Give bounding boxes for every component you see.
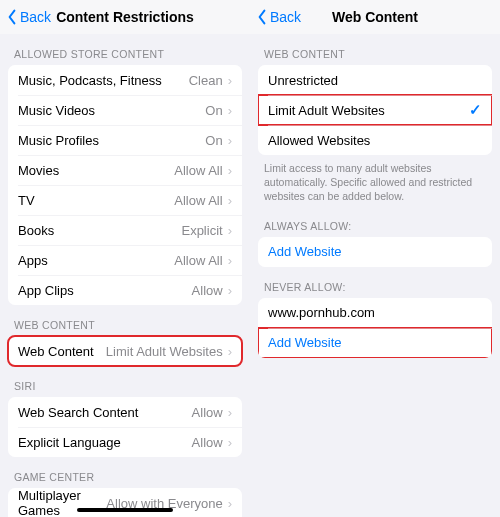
chevron-right-icon: › <box>228 497 232 510</box>
row-web-search-content[interactable]: Web Search ContentAllow› <box>8 397 242 427</box>
nav-bar-left: Back Content Restrictions <box>0 0 250 34</box>
content-restrictions-screen: Back Content Restrictions ALLOWED STORE … <box>0 0 250 517</box>
section-header-options: WEB CONTENT <box>250 34 500 65</box>
home-indicator[interactable] <box>77 508 173 512</box>
chevron-right-icon: › <box>228 164 232 177</box>
row-apps[interactable]: AppsAllow All› <box>8 245 242 275</box>
gc-group: Multiplayer GamesAllow with Everyone› Ad… <box>8 488 242 517</box>
chevron-right-icon: › <box>228 436 232 449</box>
row-web-content[interactable]: Web ContentLimit Adult Websites› <box>8 336 242 366</box>
row-explicit-language[interactable]: Explicit LanguageAllow› <box>8 427 242 457</box>
row-movies[interactable]: MoviesAllow All› <box>8 155 242 185</box>
option-allowed-websites[interactable]: Allowed Websites <box>258 125 492 155</box>
chevron-right-icon: › <box>228 254 232 267</box>
add-website-never[interactable]: Add Website <box>258 328 492 358</box>
web-content-screen: Back Web Content WEB CONTENT Unrestricte… <box>250 0 500 517</box>
row-app-clips[interactable]: App ClipsAllow› <box>8 275 242 305</box>
back-label: Back <box>20 9 51 25</box>
options-footer: Limit access to many adult websites auto… <box>250 155 500 206</box>
option-limit-adult[interactable]: Limit Adult Websites✓ <box>258 95 492 125</box>
nav-bar-right: Back Web Content <box>250 0 500 34</box>
always-group: Add Website <box>258 237 492 267</box>
web-content-group: Web ContentLimit Adult Websites› <box>8 336 242 366</box>
row-music-videos[interactable]: Music VideosOn› <box>8 95 242 125</box>
chevron-left-icon <box>6 9 18 25</box>
chevron-right-icon: › <box>228 284 232 297</box>
chevron-right-icon: › <box>228 74 232 87</box>
chevron-right-icon: › <box>228 104 232 117</box>
row-tv[interactable]: TVAllow All› <box>8 185 242 215</box>
section-header-never: NEVER ALLOW: <box>250 267 500 298</box>
section-header-store: ALLOWED STORE CONTENT <box>0 34 250 65</box>
row-music-profiles[interactable]: Music ProfilesOn› <box>8 125 242 155</box>
add-website-always[interactable]: Add Website <box>258 237 492 267</box>
never-site-row[interactable]: www.pornhub.com <box>258 298 492 328</box>
chevron-right-icon: › <box>228 406 232 419</box>
section-header-gc: GAME CENTER <box>0 457 250 488</box>
section-header-siri: SIRI <box>0 366 250 397</box>
row-multiplayer[interactable]: Multiplayer GamesAllow with Everyone› <box>8 488 242 517</box>
store-group: Music, Podcasts, FitnessClean› Music Vid… <box>8 65 242 305</box>
back-button[interactable]: Back <box>6 9 51 25</box>
back-label: Back <box>270 9 301 25</box>
chevron-right-icon: › <box>228 194 232 207</box>
chevron-left-icon <box>256 9 268 25</box>
chevron-right-icon: › <box>228 134 232 147</box>
chevron-right-icon: › <box>228 224 232 237</box>
siri-group: Web Search ContentAllow› Explicit Langua… <box>8 397 242 457</box>
chevron-right-icon: › <box>228 345 232 358</box>
section-header-always: ALWAYS ALLOW: <box>250 206 500 237</box>
option-unrestricted[interactable]: Unrestricted <box>258 65 492 95</box>
checkmark-icon: ✓ <box>469 101 482 119</box>
never-group: www.pornhub.com Add Website <box>258 298 492 358</box>
row-music[interactable]: Music, Podcasts, FitnessClean› <box>8 65 242 95</box>
row-books[interactable]: BooksExplicit› <box>8 215 242 245</box>
back-button[interactable]: Back <box>256 9 301 25</box>
options-group: Unrestricted Limit Adult Websites✓ Allow… <box>258 65 492 155</box>
section-header-web: WEB CONTENT <box>0 305 250 336</box>
